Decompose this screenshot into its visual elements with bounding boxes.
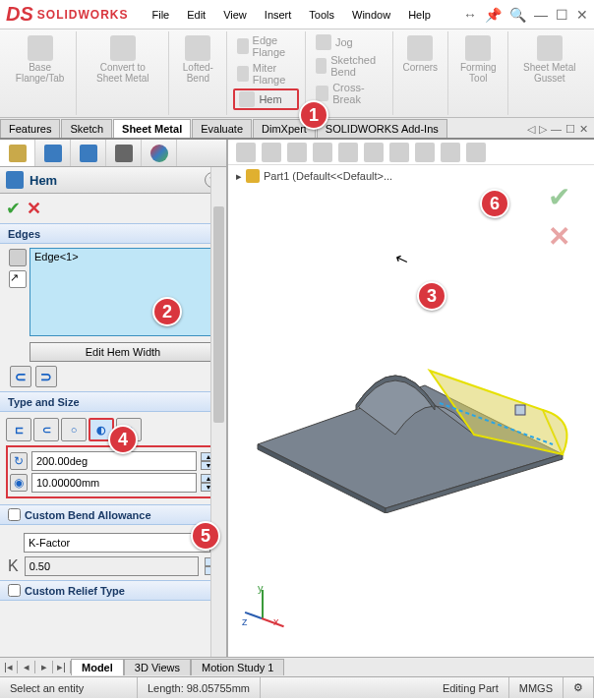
confirm-cancel-icon[interactable]: ✕ [548,220,570,253]
edit-hem-width-button[interactable]: Edit Hem Width [30,342,216,362]
cmd-cross-break[interactable]: Cross-Break [312,81,386,106]
bend-allowance-header[interactable]: Custom Bend Allowance ˄ [0,504,226,525]
cmd-gusset[interactable]: Sheet Metal Gusset [514,33,584,86]
tab-first-icon[interactable]: |◂ [0,661,18,673]
tab-last-icon[interactable]: ▸| [53,661,71,673]
maximize-icon[interactable]: ☐ [556,7,568,23]
edge-item[interactable]: Edge<1> [34,251,79,262]
kfactor-dropdown[interactable]: K-Factor ▾ [24,533,210,553]
resize-arrows-icon[interactable]: ↔ [463,7,477,23]
hide-show-icon[interactable] [389,143,409,162]
prev-view-icon[interactable] [287,143,307,162]
cmd-miter-flange[interactable]: Miter Flange [233,61,299,87]
bottom-tab-3dviews[interactable]: 3D Views [124,659,191,675]
graphics-area[interactable]: ▸ Part1 (Default<<Default>... ✔ ✕ ↖ [228,140,594,657]
doc-prev-icon[interactable]: ◁ [527,123,535,136]
command-tabs: Features Sketch Sheet Metal Evaluate Dim… [0,118,594,140]
close-icon[interactable]: ✕ [576,7,588,23]
tab-sheet-metal[interactable]: Sheet Metal [113,119,191,138]
doc-min-icon[interactable]: — [551,123,562,136]
material-inside-toggle[interactable]: ⊂ [10,366,31,387]
menu-help[interactable]: Help [400,6,439,24]
menu-edit[interactable]: Edit [179,6,213,24]
cmd-lofted-bend[interactable]: Lofted-Bend [175,33,220,86]
minimize-icon[interactable]: — [534,7,548,23]
tab-next-icon[interactable]: ▸ [35,661,53,673]
menu-bar: File Edit View Insert Tools Window Help [144,6,438,24]
hem-type-tear[interactable]: ○ [61,418,87,441]
appearance-icon[interactable] [415,143,435,162]
ok-button[interactable]: ✔ [6,198,21,219]
cancel-button[interactable]: ✕ [27,198,41,219]
panel-tab-feature[interactable] [0,140,35,166]
bottom-tab-model[interactable]: Model [71,659,124,675]
lofted-label: Lofted-Bend [179,62,216,84]
k-label: K [8,557,19,575]
expand-icon[interactable]: ▸ [236,170,242,183]
edge-flange-icon [237,38,248,54]
search-icon[interactable]: 🔍 [509,7,526,23]
relief-type-header[interactable]: Custom Relief Type ˄ [0,580,226,601]
confirm-ok-icon[interactable]: ✔ [548,181,570,213]
doc-next-icon[interactable]: ▷ [539,123,547,136]
menu-view[interactable]: View [215,6,255,24]
type-size-header[interactable]: Type and Size ˄ [0,391,226,412]
scroll-thumb[interactable] [213,206,224,423]
reverse-icon[interactable]: ↗ [9,270,27,288]
flyout-tree[interactable]: ▸ Part1 (Default<<Default>... [228,165,594,187]
zoom-area-icon[interactable] [262,143,281,162]
appearance-icon [150,145,168,162]
panel-tab-dim[interactable] [106,140,142,166]
cmd-corners[interactable]: Corners [399,33,443,75]
cmd-edge-flange[interactable]: Edge Flange [233,33,299,59]
cmd-convert[interactable]: Convert to Sheet Metal [83,33,162,86]
menu-insert[interactable]: Insert [257,6,300,24]
callout-4: 4 [108,425,138,454]
panel-tab-property[interactable] [35,140,71,166]
display-style-icon[interactable] [364,143,384,162]
edges-header[interactable]: Edges ˄ [0,223,226,244]
edge-selection-list[interactable]: ↗ Edge<1> [30,248,216,336]
material-outside-toggle[interactable]: ⊃ [35,366,57,387]
crt-checkbox[interactable] [8,584,21,597]
doc-max-icon[interactable]: ☐ [565,123,575,136]
cmd-hem[interactable]: Hem [233,88,299,110]
hem-type-open[interactable]: ⊂ [33,418,59,441]
cmd-sketched-bend[interactable]: Sketched Bend [312,53,386,79]
bottom-tab-motion[interactable]: Motion Study 1 [191,659,284,675]
part-icon [246,169,260,183]
status-options-icon[interactable]: ⚙ [564,677,594,698]
panel-tab-config[interactable] [71,140,106,166]
tab-features[interactable]: Features [0,119,60,138]
cba-checkbox[interactable] [8,508,21,521]
k-value-input[interactable] [25,556,199,576]
radius-input[interactable] [31,473,197,493]
status-units[interactable]: MMGS [509,677,564,698]
zoom-fit-icon[interactable] [236,143,256,162]
hem-type-closed[interactable]: ⊏ [6,418,31,441]
orientation-triad[interactable]: y x z [248,588,287,627]
tab-sketch[interactable]: Sketch [61,119,112,138]
doc-close-icon[interactable]: ✕ [579,123,588,136]
pin-icon[interactable]: 📌 [485,7,502,23]
tab-prev-icon[interactable]: ◂ [18,661,35,673]
menu-window[interactable]: Window [344,6,398,24]
panel-scrollbar[interactable] [210,167,226,657]
view-orient-icon[interactable] [338,143,358,162]
cmd-forming-tool[interactable]: Forming Tool [454,33,502,86]
tab-addins[interactable]: SOLIDWORKS Add-Ins [317,119,447,138]
menu-file[interactable]: File [144,6,177,24]
cmd-base-flange[interactable]: Base Flange/Tab [10,33,70,86]
gusset-label: Sheet Metal Gusset [518,62,580,84]
panel-tab-appearance[interactable] [142,140,177,166]
scene-icon[interactable] [441,143,460,162]
cross-break-icon [316,86,328,101]
cmd-jog[interactable]: Jog [312,33,386,51]
tab-evaluate[interactable]: Evaluate [192,119,252,138]
view-settings-icon[interactable] [466,143,486,162]
angle-input[interactable] [31,451,197,471]
menu-tools[interactable]: Tools [301,6,342,24]
section-icon[interactable] [313,143,332,162]
edge-filter-icon[interactable] [9,249,27,266]
sketched-bend-label: Sketched Bend [330,54,382,78]
